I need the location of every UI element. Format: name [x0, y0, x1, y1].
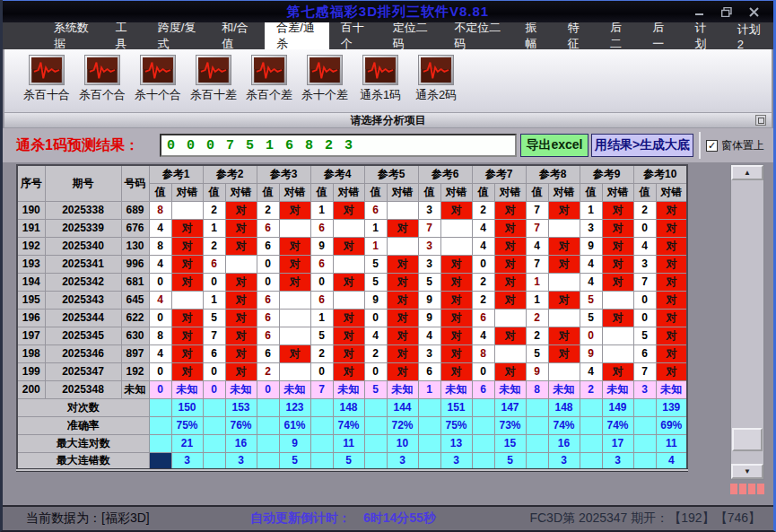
- value-cell[interactable]: 2: [580, 380, 602, 398]
- status-cell[interactable]: 未知: [333, 380, 364, 398]
- value-cell[interactable]: 4: [580, 362, 602, 380]
- value-cell[interactable]: 0: [257, 273, 279, 291]
- summary-value-cell[interactable]: 75%: [171, 416, 203, 434]
- value-cell[interactable]: 4: [472, 327, 494, 344]
- status-cell[interactable]: 对: [333, 362, 364, 380]
- summary-value-cell[interactable]: 151: [440, 398, 472, 416]
- status-cell[interactable]: 未知: [656, 380, 687, 398]
- status-cell[interactable]: 对: [656, 344, 687, 362]
- value-cell[interactable]: 4: [526, 237, 548, 255]
- scroll-up-icon[interactable]: ▲: [731, 165, 763, 180]
- value-cell[interactable]: 8: [149, 237, 171, 255]
- value-cell[interactable]: 2: [257, 362, 279, 380]
- value-cell[interactable]: 1: [526, 273, 548, 291]
- value-cell[interactable]: 6: [633, 344, 656, 362]
- menu-item[interactable]: 计划: [684, 22, 726, 49]
- status-cell[interactable]: [494, 344, 526, 362]
- status-cell[interactable]: 对: [656, 237, 687, 255]
- status-cell[interactable]: 对: [548, 201, 580, 219]
- summary-gap-cell[interactable]: [203, 398, 225, 416]
- value-cell[interactable]: 3: [418, 344, 440, 362]
- status-cell[interactable]: 对: [279, 201, 310, 219]
- value-cell[interactable]: 0: [364, 362, 387, 380]
- status-cell[interactable]: 对: [225, 362, 257, 380]
- value-cell[interactable]: 0: [580, 327, 602, 344]
- summary-gap-cell[interactable]: [526, 416, 548, 434]
- value-cell[interactable]: 0: [633, 309, 656, 327]
- status-cell[interactable]: 对: [440, 327, 472, 344]
- value-cell[interactable]: 2: [526, 309, 548, 327]
- summary-gap-cell[interactable]: [203, 452, 225, 470]
- status-cell[interactable]: 对: [171, 362, 203, 380]
- summary-value-cell[interactable]: 74%: [548, 416, 580, 434]
- status-cell[interactable]: 对: [440, 344, 472, 362]
- number-cell[interactable]: 130: [121, 237, 149, 255]
- status-cell[interactable]: 对: [548, 255, 580, 273]
- value-cell[interactable]: 5: [526, 344, 548, 362]
- status-cell[interactable]: [548, 273, 580, 291]
- status-cell[interactable]: 对: [225, 237, 257, 255]
- value-cell[interactable]: 1: [364, 219, 387, 237]
- menu-item[interactable]: 不定位二码: [442, 22, 513, 49]
- summary-value-cell[interactable]: 148: [333, 398, 364, 416]
- value-cell[interactable]: 7: [633, 362, 656, 380]
- analysis-tool-button[interactable]: 杀百个合: [74, 55, 130, 103]
- status-cell[interactable]: 未知: [548, 380, 580, 398]
- summary-gap-cell[interactable]: [418, 398, 440, 416]
- value-cell[interactable]: 1: [526, 291, 548, 309]
- status-cell[interactable]: 对: [279, 344, 310, 362]
- summary-gap-cell[interactable]: [310, 434, 333, 452]
- status-cell[interactable]: 对: [171, 309, 203, 327]
- status-cell[interactable]: 未知: [494, 380, 526, 398]
- seq-cell[interactable]: 191: [17, 219, 45, 237]
- status-cell[interactable]: 对: [225, 273, 257, 291]
- summary-value-cell[interactable]: 4: [656, 452, 687, 470]
- value-cell[interactable]: 8: [526, 380, 548, 398]
- status-cell[interactable]: 对: [656, 219, 687, 237]
- summary-gap-cell[interactable]: [310, 398, 333, 416]
- status-cell[interactable]: 对: [279, 273, 310, 291]
- status-cell[interactable]: 对: [387, 273, 418, 291]
- export-excel-button[interactable]: 导出excel: [520, 134, 589, 157]
- value-cell[interactable]: 1: [203, 291, 225, 309]
- value-cell[interactable]: 3: [633, 380, 656, 398]
- scrollbar-track[interactable]: [731, 180, 763, 464]
- value-cell[interactable]: 0: [472, 362, 494, 380]
- value-cell[interactable]: 0: [257, 255, 279, 273]
- menu-item[interactable]: 特征: [556, 22, 598, 49]
- status-cell[interactable]: 对: [656, 362, 687, 380]
- summary-gap-cell[interactable]: [203, 416, 225, 434]
- prediction-result-input[interactable]: [160, 134, 517, 157]
- summary-gap-cell[interactable]: [149, 434, 171, 452]
- generate-pool-button[interactable]: 用结果>生成大底: [591, 134, 693, 157]
- value-cell[interactable]: 0: [149, 309, 171, 327]
- status-cell[interactable]: [602, 344, 633, 362]
- status-cell[interactable]: [548, 362, 580, 380]
- status-cell[interactable]: 对: [440, 291, 472, 309]
- number-cell[interactable]: 996: [121, 255, 149, 273]
- summary-gap-cell[interactable]: [472, 434, 494, 452]
- value-cell[interactable]: 6: [418, 362, 440, 380]
- seq-cell[interactable]: 192: [17, 237, 45, 255]
- summary-value-cell[interactable]: 11: [656, 434, 687, 452]
- value-cell[interactable]: 5: [580, 309, 602, 327]
- analysis-tool-button[interactable]: 通杀1码: [353, 55, 408, 103]
- value-cell[interactable]: 1: [203, 219, 225, 237]
- status-cell[interactable]: 对: [602, 309, 633, 327]
- status-cell[interactable]: 对: [387, 291, 418, 309]
- value-cell[interactable]: 0: [203, 273, 225, 291]
- summary-value-cell[interactable]: 16: [548, 434, 580, 452]
- value-cell[interactable]: 4: [149, 255, 171, 273]
- value-cell[interactable]: 7: [526, 219, 548, 237]
- status-cell[interactable]: [440, 219, 472, 237]
- value-cell[interactable]: 5: [633, 327, 656, 344]
- summary-gap-cell[interactable]: [257, 398, 279, 416]
- summary-gap-cell[interactable]: [418, 416, 440, 434]
- value-cell[interactable]: 6: [257, 237, 279, 255]
- seq-cell[interactable]: 196: [17, 309, 45, 327]
- value-cell[interactable]: 4: [580, 255, 602, 273]
- status-cell[interactable]: [602, 291, 633, 309]
- status-cell[interactable]: 未知: [171, 380, 203, 398]
- status-cell[interactable]: 对: [333, 344, 364, 362]
- status-cell[interactable]: [279, 309, 310, 327]
